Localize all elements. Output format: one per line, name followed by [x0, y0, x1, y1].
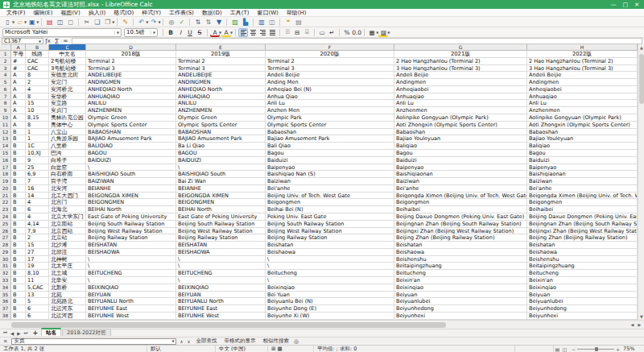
cell-A19[interactable]: B: [11, 178, 26, 185]
cell-G38[interactable]: Beiyunhexi: [394, 313, 527, 320]
cell-C23[interactable]: 北海北: [49, 206, 86, 213]
cell-F9[interactable]: Anzhen Men: [266, 107, 394, 114]
cell-G3[interactable]: 3 Hao Hangzhanlou (Terminal 3): [394, 65, 527, 72]
cell-H19[interactable]: Baiziwan: [527, 178, 638, 185]
cell-G19[interactable]: Baiziwan: [394, 178, 527, 185]
cell-D9[interactable]: ANZHENMEN: [86, 107, 176, 114]
cell-F26[interactable]: Beijing West Railway Station: [266, 228, 394, 235]
cell-C32[interactable]: 北土城: [49, 270, 86, 277]
cell-G4[interactable]: Andeli Beijie: [394, 72, 527, 79]
cell-F27[interactable]: Beijing Railway Station: [266, 234, 394, 242]
cell-G17[interactable]: Baipenyao: [394, 164, 527, 172]
cell-A32[interactable]: B: [11, 270, 26, 277]
row-header-35[interactable]: 35: [0, 292, 11, 299]
cell-H28[interactable]: Beishatan: [527, 242, 638, 249]
cell-F13[interactable]: Bajiao Amusement Park: [266, 135, 394, 143]
cell-G5[interactable]: Andingmen: [394, 79, 527, 86]
menu-item-文件[interactable]: 文件(F): [2, 9, 30, 17]
cell-F14[interactable]: Bali Qiao: [266, 143, 394, 150]
cell-E23[interactable]: BEIHAI North: [176, 206, 266, 213]
cell-H18[interactable]: Baishiqiaonan: [527, 171, 638, 178]
cell-D28[interactable]: BEISHATAN: [86, 242, 176, 249]
copy-icon[interactable]: ❏: [92, 18, 102, 27]
cell-E4[interactable]: ANDELIBEIJIE: [176, 72, 266, 79]
sort-descending-icon[interactable]: ⇅: [203, 18, 213, 27]
cell-G21[interactable]: Beigongda Ximen (Beijing Univ. of Tech. …: [394, 193, 527, 200]
cell-E38[interactable]: BEIYUNHE West: [176, 313, 266, 320]
cell-E3[interactable]: Terminal 3: [176, 65, 266, 72]
cell-A16[interactable]: B: [11, 157, 26, 164]
cell-D8[interactable]: ANLILU: [86, 100, 176, 107]
cell-G27[interactable]: Beijing Zhan (Beijing Railway Station): [394, 234, 527, 242]
cell-D6[interactable]: ANHEQIAO North: [86, 86, 176, 93]
spelling-icon[interactable]: ✓: [176, 18, 187, 27]
cell-G16[interactable]: Baiduizi: [394, 157, 527, 164]
cell-H27[interactable]: Beijing Zhan (Beijing Railway Station): [527, 234, 638, 242]
cell-B5[interactable]: 2: [26, 79, 49, 86]
cell-C36[interactable]: 北苑路北: [49, 298, 86, 305]
cell-E21[interactable]: BEIGONGDA XIMEN: [176, 193, 266, 200]
cell-F23[interactable]: Beihai Bei (N): [266, 206, 394, 213]
row-header-29[interactable]: 29: [0, 249, 11, 256]
cell-E7[interactable]: ANHUAQIAO: [176, 93, 266, 101]
cell-C27[interactable]: 北京站: [49, 234, 86, 242]
cell-C18[interactable]: 白石桥南: [49, 171, 86, 178]
cell-E31[interactable]: \: [176, 263, 266, 270]
cell-G8[interactable]: Anli Lu: [394, 100, 527, 107]
cell-G35[interactable]: Beiyuan: [394, 292, 527, 299]
cell-D26[interactable]: Beijing West Railway Station: [86, 228, 176, 235]
cell-E17[interactable]: \: [176, 164, 266, 172]
column-header-B[interactable]: B: [26, 44, 49, 51]
print-preview-icon[interactable]: ◻: [65, 18, 76, 27]
cell-C30[interactable]: 北神树: [49, 256, 86, 263]
cell-E35[interactable]: BEIYUAN: [176, 292, 266, 299]
cell-H23[interactable]: Beihaibei: [527, 206, 638, 213]
cell-B20[interactable]: 16: [26, 185, 49, 193]
row-header-7[interactable]: 7: [0, 93, 11, 101]
prev-sheet-icon[interactable]: ◀: [9, 331, 15, 336]
undo-icon[interactable]: ↶: [136, 18, 147, 27]
cell-C35[interactable]: 北苑: [49, 292, 86, 299]
equals-icon[interactable]: =: [61, 38, 70, 44]
cell-F20[interactable]: Bei'anhe: [266, 185, 394, 193]
cell-H6[interactable]: Anheqiaobei: [527, 86, 638, 93]
cell-H5[interactable]: Andingmen: [527, 79, 638, 86]
cell-B30[interactable]: 17: [26, 256, 49, 263]
menu-item-编辑[interactable]: 编辑(E): [30, 9, 57, 17]
cell-C34[interactable]: 北新桥: [49, 284, 86, 292]
cell-C1[interactable]: 中文名: [49, 51, 86, 58]
cell-G2[interactable]: 2 Hao Hangzhanlou (Terminal 2): [394, 58, 527, 65]
cell-A9[interactable]: A: [11, 107, 26, 114]
align-top-button[interactable]: ⍐: [283, 28, 292, 37]
cell-G30[interactable]: Beishenshu: [394, 256, 527, 263]
cell-H26[interactable]: Beijingxi Zhan (Beijing West Railway Sta…: [527, 228, 638, 235]
cell-H38[interactable]: Beiyunhexi: [527, 313, 638, 320]
cell-D5[interactable]: ANDINGMEN: [86, 79, 176, 86]
vertical-scroll-thumb[interactable]: [639, 54, 644, 104]
cell-A35[interactable]: B: [11, 292, 26, 299]
cell-H20[interactable]: Bei'anhe: [527, 185, 638, 193]
row-header-21[interactable]: 21: [0, 193, 11, 200]
menu-item-工具[interactable]: 工具(T): [226, 9, 254, 17]
row-header-31[interactable]: 31: [0, 263, 11, 270]
cell-H32[interactable]: Beitucheng: [527, 270, 638, 277]
row-header-22[interactable]: 22: [0, 199, 11, 206]
cell-E36[interactable]: BEIYUANLU North: [176, 298, 266, 305]
cell-A13[interactable]: B: [11, 135, 26, 143]
cell-H17[interactable]: Baipenyao: [527, 164, 638, 172]
view-page-break-icon[interactable]: ◫: [561, 346, 568, 352]
menu-item-帮助[interactable]: 帮助(H): [283, 9, 311, 17]
cell-E28[interactable]: BEISHATAN: [176, 242, 266, 249]
cell-E33[interactable]: \: [176, 277, 266, 284]
cell-D23[interactable]: BEIHAI North: [86, 206, 176, 213]
cell-C31[interactable]: 北太平庄: [49, 263, 86, 270]
cell-F17[interactable]: Baipenyao: [266, 164, 394, 172]
menu-item-工作表[interactable]: 工作表(S): [165, 9, 198, 17]
cell-G23[interactable]: Beihaibei: [394, 206, 527, 213]
cell-A3[interactable]: #: [11, 65, 26, 72]
cell-H25[interactable]: Beijingnan Zhan (Beijing South Railway S…: [527, 221, 638, 228]
select-all-corner[interactable]: [0, 44, 11, 51]
close-find-icon[interactable]: ✕: [2, 338, 9, 345]
cell-A2[interactable]: #: [11, 58, 26, 65]
cell-A14[interactable]: B: [11, 143, 26, 150]
